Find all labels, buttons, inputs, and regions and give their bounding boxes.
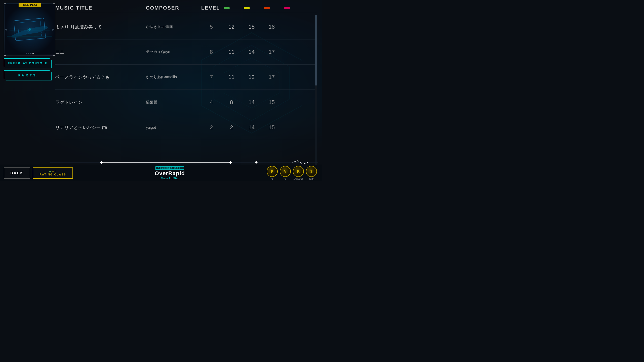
rating-rc-text: R.C — [52, 170, 57, 172]
level-value-easy: 7 — [201, 74, 221, 80]
song-title: ベースラインやってる？も — [55, 74, 146, 80]
badge-item: R 1480368 — [293, 166, 304, 180]
back-button[interactable]: BACK — [4, 167, 30, 179]
album-prev-arrow[interactable]: ◀ — [5, 28, 7, 31]
level-value-normal: 11 — [221, 49, 242, 55]
slide-dot — [30, 53, 31, 54]
level-value-easy: 2 — [201, 124, 221, 131]
badge-item: P 0 — [267, 166, 278, 180]
rating-class-button[interactable]: ❧ R.C RATING CLASS — [33, 167, 73, 179]
badge-icon: S — [306, 166, 317, 177]
level-value-hard: 12 — [242, 74, 262, 80]
scrollbar[interactable] — [315, 15, 317, 165]
level-value-normal: 2 — [221, 124, 242, 131]
level-dot-normal — [244, 7, 250, 9]
free-play-badge: FREE PLAY — [18, 3, 41, 7]
slide-dot-active — [32, 53, 34, 54]
song-levels: 7111217 — [201, 74, 317, 80]
slide-dot — [26, 53, 27, 54]
album-next-arrow[interactable]: ▶ — [52, 28, 54, 31]
level-header-text: LEVEL — [201, 5, 220, 11]
song-levels: 8111417 — [201, 49, 317, 55]
bottom-bar: BACK ❧ R.C RATING CLASS RENDERER INFO. O… — [0, 165, 322, 181]
col-level-header: LEVEL — [201, 5, 317, 11]
song-row[interactable]: ラグトレイン 稲葉曇 481415 — [55, 90, 317, 115]
slide-dots — [26, 53, 34, 54]
level-dot-easy — [224, 7, 230, 9]
center-info: RENDERER INFO. OverRapid Team ArcStar — [73, 166, 267, 180]
album-art-container: FREE PLAY — [4, 3, 55, 56]
level-value-hard: 14 — [242, 49, 262, 55]
song-row[interactable]: ベースラインやってる？も かめりあ(Camellia 7111217 — [55, 65, 317, 90]
song-row[interactable]: ニニ テヅカ x Qayo 8111417 — [55, 39, 317, 65]
badge-icon: V — [280, 166, 291, 177]
level-value-extra: 17 — [262, 49, 282, 55]
song-list: よさり 月蛍澄み昇りて かゆき feat.燈露 5121518 ニニ テヅカ x… — [55, 14, 317, 140]
badge-score: 4024 — [309, 177, 314, 180]
slide-dot — [28, 53, 29, 54]
renderer-info-label: RENDERER INFO. — [155, 166, 184, 170]
level-indicators — [224, 7, 290, 9]
freeplay-console-button[interactable]: FREEPLAY CONSOLE — [4, 58, 52, 68]
level-value-hard: 14 — [242, 124, 262, 131]
left-panel: FREE PLAY — [0, 0, 53, 166]
badge-item: V 0 — [280, 166, 291, 180]
level-dot-hard — [264, 7, 270, 9]
song-title: リナリアとテレパシー (fe — [55, 124, 146, 130]
song-composer: テヅカ x Qayo — [146, 50, 201, 54]
level-value-normal: 8 — [221, 99, 242, 106]
app-team: Team ArcStar — [161, 177, 179, 180]
song-title: よさり 月蛍澄み昇りて — [55, 24, 146, 30]
level-value-extra: 15 — [262, 99, 282, 106]
level-value-easy: 4 — [201, 99, 221, 106]
song-row[interactable]: よさり 月蛍澄み昇りて かゆき feat.燈露 5121518 — [55, 14, 317, 39]
progress-line-container — [50, 160, 318, 165]
song-levels: 481415 — [201, 99, 317, 106]
rating-top-row: ❧ R.C — [49, 170, 57, 173]
app-name: OverRapid — [155, 170, 185, 177]
badge-score: 0 — [285, 177, 286, 180]
song-title: ラグトレイン — [55, 99, 146, 105]
badge-score: 1480368 — [294, 177, 303, 180]
svg-point-12 — [28, 28, 31, 31]
album-art-inner: ◀ ▶ — [4, 3, 55, 56]
table-header: MUSIC TITLE COMPOSER LEVEL — [55, 0, 317, 13]
badge-icon: P — [267, 166, 278, 177]
col-title-header: MUSIC TITLE — [55, 5, 146, 11]
rating-bottom-text: RATING CLASS — [39, 173, 66, 176]
song-composer: かめりあ(Camellia — [146, 75, 201, 79]
level-value-extra: 18 — [262, 24, 282, 30]
level-value-normal: 11 — [221, 74, 242, 80]
level-value-hard: 14 — [242, 99, 262, 106]
level-value-hard: 15 — [242, 24, 262, 30]
level-value-extra: 15 — [262, 124, 282, 131]
level-dot-extra — [284, 7, 290, 9]
song-levels: 221415 — [201, 124, 317, 131]
parts-button[interactable]: P.A.R.T.S. — [4, 70, 52, 80]
song-composer: 稲葉曇 — [146, 100, 201, 105]
level-value-normal: 12 — [221, 24, 242, 30]
score-badges: P 0 V 0 R 1480368 S 4024 — [267, 166, 317, 180]
nav-buttons: FREEPLAY CONSOLE P.A.R.T.S. — [4, 58, 50, 80]
song-row[interactable]: リナリアとテレパシー (fe yuigot 221415 — [55, 115, 317, 140]
svg-rect-16 — [100, 161, 103, 164]
album-art-svg — [5, 4, 55, 55]
svg-rect-18 — [255, 161, 258, 164]
col-composer-header: COMPOSER — [146, 5, 201, 11]
level-value-easy: 5 — [201, 24, 221, 30]
main-content: MUSIC TITLE COMPOSER LEVEL よさり 月蛍澄み昇りて か… — [55, 0, 317, 165]
svg-rect-17 — [229, 161, 232, 164]
song-levels: 5121518 — [201, 24, 317, 30]
badge-icon: R — [293, 166, 304, 177]
level-value-extra: 17 — [262, 74, 282, 80]
badge-score: 0 — [271, 177, 273, 180]
rating-leaf-icon: ❧ — [49, 170, 51, 173]
progress-line-svg — [50, 160, 318, 165]
song-title: ニニ — [55, 49, 146, 55]
level-value-easy: 8 — [201, 49, 221, 55]
scrollbar-thumb[interactable] — [315, 15, 317, 85]
song-composer: yuigot — [146, 125, 201, 129]
badge-item: S 4024 — [306, 166, 317, 180]
song-composer: かゆき feat.燈露 — [146, 24, 201, 29]
